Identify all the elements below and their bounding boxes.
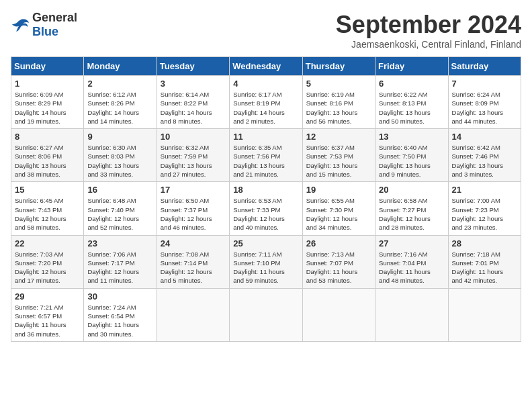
calendar-day-28: 28Sunrise: 7:18 AM Sunset: 7:01 PM Dayli…	[448, 235, 521, 288]
calendar-empty-cell	[448, 288, 521, 341]
logo-bird-icon	[11, 17, 30, 32]
day-info: Sunrise: 7:03 AM Sunset: 7:20 PM Dayligh…	[15, 250, 80, 285]
calendar-day-29: 29Sunrise: 7:21 AM Sunset: 6:57 PM Dayli…	[11, 288, 84, 341]
calendar-header-row: SundayMondayTuesdayWednesdayThursdayFrid…	[11, 57, 521, 76]
calendar-day-24: 24Sunrise: 7:08 AM Sunset: 7:14 PM Dayli…	[157, 235, 229, 288]
header: General Blue September 2024 Jaemsaenkosk…	[11, 11, 521, 50]
calendar-week-row: 1Sunrise: 6:09 AM Sunset: 8:29 PM Daylig…	[11, 76, 521, 129]
day-info: Sunrise: 7:00 AM Sunset: 7:23 PM Dayligh…	[452, 196, 517, 232]
day-info: Sunrise: 7:16 AM Sunset: 7:04 PM Dayligh…	[379, 250, 444, 285]
title-area: September 2024 Jaemsaenkoski, Central Fi…	[336, 11, 521, 50]
calendar-day-12: 12Sunrise: 6:37 AM Sunset: 7:53 PM Dayli…	[302, 129, 375, 182]
calendar-day-13: 13Sunrise: 6:40 AM Sunset: 7:50 PM Dayli…	[375, 129, 448, 182]
calendar-day-6: 6Sunrise: 6:22 AM Sunset: 8:13 PM Daylig…	[375, 76, 448, 129]
day-info: Sunrise: 6:30 AM Sunset: 8:03 PM Dayligh…	[87, 143, 152, 179]
calendar-day-4: 4Sunrise: 6:17 AM Sunset: 8:19 PM Daylig…	[230, 76, 302, 129]
day-number: 23	[87, 238, 152, 248]
calendar-day-20: 20Sunrise: 6:58 AM Sunset: 7:27 PM Dayli…	[375, 182, 448, 235]
day-number: 5	[306, 79, 371, 89]
calendar-table: SundayMondayTuesdayWednesdayThursdayFrid…	[11, 56, 521, 342]
day-info: Sunrise: 6:53 AM Sunset: 7:33 PM Dayligh…	[233, 196, 298, 232]
day-number: 9	[87, 132, 152, 142]
day-info: Sunrise: 7:11 AM Sunset: 7:10 PM Dayligh…	[233, 250, 298, 285]
calendar-day-25: 25Sunrise: 7:11 AM Sunset: 7:10 PM Dayli…	[230, 235, 302, 288]
calendar-day-7: 7Sunrise: 6:24 AM Sunset: 8:09 PM Daylig…	[448, 76, 521, 129]
day-number: 17	[161, 185, 226, 195]
day-info: Sunrise: 6:19 AM Sunset: 8:16 PM Dayligh…	[306, 90, 371, 126]
calendar-day-5: 5Sunrise: 6:19 AM Sunset: 8:16 PM Daylig…	[302, 76, 375, 129]
day-info: Sunrise: 6:14 AM Sunset: 8:22 PM Dayligh…	[161, 90, 226, 126]
day-info: Sunrise: 6:40 AM Sunset: 7:50 PM Dayligh…	[379, 143, 444, 179]
day-number: 19	[306, 185, 371, 195]
day-info: Sunrise: 7:24 AM Sunset: 6:54 PM Dayligh…	[87, 303, 152, 338]
day-number: 1	[15, 79, 80, 89]
day-number: 26	[306, 238, 371, 248]
calendar-day-11: 11Sunrise: 6:35 AM Sunset: 7:56 PM Dayli…	[230, 129, 302, 182]
day-number: 3	[161, 79, 226, 89]
day-number: 11	[233, 132, 298, 142]
day-number: 18	[233, 185, 298, 195]
day-number: 8	[15, 132, 80, 142]
day-info: Sunrise: 6:22 AM Sunset: 8:13 PM Dayligh…	[379, 90, 444, 126]
day-number: 15	[15, 185, 80, 195]
calendar-day-14: 14Sunrise: 6:42 AM Sunset: 7:46 PM Dayli…	[448, 129, 521, 182]
calendar-day-27: 27Sunrise: 7:16 AM Sunset: 7:04 PM Dayli…	[375, 235, 448, 288]
day-info: Sunrise: 6:48 AM Sunset: 7:40 PM Dayligh…	[87, 196, 152, 232]
weekday-header-wednesday: Wednesday	[230, 57, 302, 76]
calendar-day-22: 22Sunrise: 7:03 AM Sunset: 7:20 PM Dayli…	[11, 235, 84, 288]
day-info: Sunrise: 7:06 AM Sunset: 7:17 PM Dayligh…	[87, 250, 152, 285]
calendar-day-26: 26Sunrise: 7:13 AM Sunset: 7:07 PM Dayli…	[302, 235, 375, 288]
day-info: Sunrise: 6:32 AM Sunset: 7:59 PM Dayligh…	[161, 143, 226, 179]
month-title: September 2024	[336, 11, 521, 39]
calendar-day-30: 30Sunrise: 7:24 AM Sunset: 6:54 PM Dayli…	[84, 288, 157, 341]
day-number: 6	[379, 79, 444, 89]
calendar-week-row: 8Sunrise: 6:27 AM Sunset: 8:06 PM Daylig…	[11, 129, 521, 182]
weekday-header-saturday: Saturday	[448, 57, 521, 76]
weekday-header-thursday: Thursday	[302, 57, 375, 76]
calendar-day-23: 23Sunrise: 7:06 AM Sunset: 7:17 PM Dayli…	[84, 235, 157, 288]
day-info: Sunrise: 6:55 AM Sunset: 7:30 PM Dayligh…	[306, 196, 371, 232]
day-number: 4	[233, 79, 298, 89]
weekday-header-monday: Monday	[84, 57, 157, 76]
logo-blue: Blue	[32, 25, 58, 38]
calendar-empty-cell	[157, 288, 229, 341]
day-number: 13	[379, 132, 444, 142]
location-subtitle: Jaemsaenkoski, Central Finland, Finland	[336, 39, 521, 50]
calendar-empty-cell	[230, 288, 302, 341]
calendar-empty-cell	[302, 288, 375, 341]
weekday-header-tuesday: Tuesday	[157, 57, 229, 76]
day-number: 28	[452, 238, 517, 248]
day-info: Sunrise: 6:37 AM Sunset: 7:53 PM Dayligh…	[306, 143, 371, 179]
day-info: Sunrise: 6:12 AM Sunset: 8:26 PM Dayligh…	[87, 90, 152, 126]
day-info: Sunrise: 6:45 AM Sunset: 7:43 PM Dayligh…	[15, 196, 80, 232]
day-info: Sunrise: 7:18 AM Sunset: 7:01 PM Dayligh…	[452, 250, 517, 285]
day-number: 30	[87, 291, 152, 302]
day-number: 7	[452, 79, 517, 89]
day-number: 24	[161, 238, 226, 248]
calendar-day-10: 10Sunrise: 6:32 AM Sunset: 7:59 PM Dayli…	[157, 129, 229, 182]
day-number: 12	[306, 132, 371, 142]
weekday-header-sunday: Sunday	[11, 57, 84, 76]
day-info: Sunrise: 6:42 AM Sunset: 7:46 PM Dayligh…	[452, 143, 517, 179]
calendar-day-1: 1Sunrise: 6:09 AM Sunset: 8:29 PM Daylig…	[11, 76, 84, 129]
day-info: Sunrise: 6:09 AM Sunset: 8:29 PM Dayligh…	[15, 90, 80, 126]
day-info: Sunrise: 6:17 AM Sunset: 8:19 PM Dayligh…	[233, 90, 298, 126]
day-number: 20	[379, 185, 444, 195]
day-info: Sunrise: 7:08 AM Sunset: 7:14 PM Dayligh…	[161, 250, 226, 285]
calendar-day-3: 3Sunrise: 6:14 AM Sunset: 8:22 PM Daylig…	[157, 76, 229, 129]
calendar-week-row: 15Sunrise: 6:45 AM Sunset: 7:43 PM Dayli…	[11, 182, 521, 235]
calendar-day-21: 21Sunrise: 7:00 AM Sunset: 7:23 PM Dayli…	[448, 182, 521, 235]
day-info: Sunrise: 7:21 AM Sunset: 6:57 PM Dayligh…	[15, 303, 80, 338]
day-info: Sunrise: 6:50 AM Sunset: 7:37 PM Dayligh…	[161, 196, 226, 232]
day-number: 2	[87, 79, 152, 89]
logo-text: General Blue	[32, 11, 77, 39]
weekday-header-friday: Friday	[375, 57, 448, 76]
calendar-day-9: 9Sunrise: 6:30 AM Sunset: 8:03 PM Daylig…	[84, 129, 157, 182]
day-number: 25	[233, 238, 298, 248]
calendar-week-row: 22Sunrise: 7:03 AM Sunset: 7:20 PM Dayli…	[11, 235, 521, 288]
day-info: Sunrise: 7:13 AM Sunset: 7:07 PM Dayligh…	[306, 250, 371, 285]
day-number: 14	[452, 132, 517, 142]
day-number: 10	[161, 132, 226, 142]
calendar-week-row: 29Sunrise: 7:21 AM Sunset: 6:57 PM Dayli…	[11, 288, 521, 341]
day-info: Sunrise: 6:35 AM Sunset: 7:56 PM Dayligh…	[233, 143, 298, 179]
